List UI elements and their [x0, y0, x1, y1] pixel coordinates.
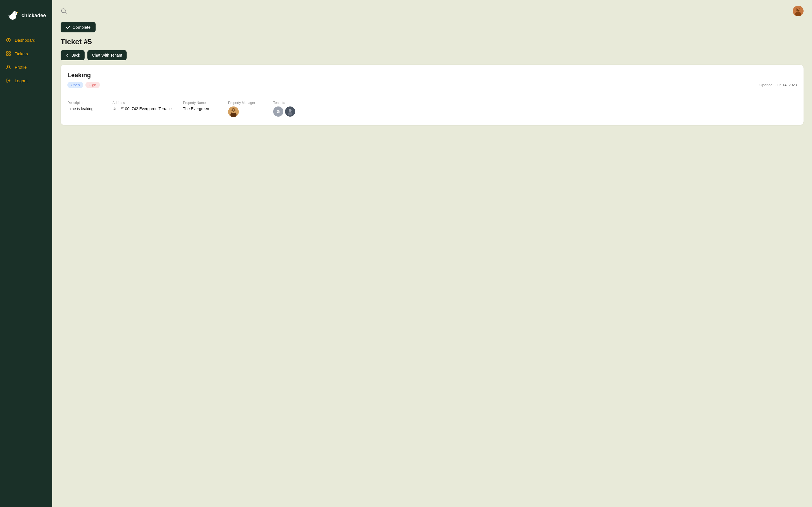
svg-line-15: [65, 12, 66, 14]
sidebar-item-tickets[interactable]: Tickets: [0, 47, 52, 60]
sidebar-item-logout[interactable]: Logout: [0, 74, 52, 87]
sidebar-item-dashboard-label: Dashboard: [15, 38, 35, 43]
tenant-initial-1: G: [276, 109, 280, 114]
svg-point-18: [795, 12, 801, 16]
nav-items: Dashboard Tickets Profile: [0, 31, 52, 90]
priority-badge: High: [86, 82, 100, 88]
svg-point-27: [234, 110, 235, 110]
property-manager-label: Property Manager: [228, 101, 262, 105]
sidebar-item-dashboard[interactable]: Dashboard: [0, 34, 52, 46]
svg-point-32: [288, 112, 292, 115]
search-icon: [61, 8, 67, 14]
logo-area: chickadee: [0, 6, 52, 31]
dashboard-icon: [6, 37, 11, 43]
badges-left: Open High: [67, 82, 100, 88]
ticket-card-title: Leaking: [67, 71, 797, 79]
svg-point-31: [289, 109, 292, 112]
details-row: Description mine is leaking Address Unit…: [67, 101, 797, 118]
complete-button[interactable]: Complete: [61, 22, 96, 33]
svg-point-20: [797, 9, 798, 10]
svg-rect-10: [9, 52, 10, 53]
svg-marker-3: [17, 12, 18, 13]
main-content: Complete Ticket #5 Back Chat With Tenant…: [52, 0, 812, 507]
ticket-title: Ticket #5: [61, 38, 804, 46]
sidebar-item-profile-label: Profile: [15, 65, 27, 69]
back-button-label: Back: [71, 53, 80, 57]
svg-point-26: [232, 110, 233, 110]
profile-icon: [6, 64, 11, 70]
description-label: Description: [67, 101, 101, 105]
property-name-col: Property Name The Evergreen: [183, 101, 217, 111]
svg-point-21: [799, 9, 799, 10]
opened-date-value: Jun 14, 2023: [776, 83, 797, 87]
chat-with-tenant-button[interactable]: Chat With Tenant: [87, 50, 126, 60]
card-divider: [67, 95, 797, 95]
user-avatar[interactable]: [793, 6, 804, 16]
address-label: Address: [112, 101, 172, 105]
property-name-value: The Evergreen: [183, 107, 217, 111]
chickadee-logo-icon: [6, 8, 20, 22]
complete-button-label: Complete: [72, 25, 91, 30]
tickets-icon: [6, 51, 11, 56]
manager-avatar-image: [228, 107, 239, 117]
property-manager-avatar: [228, 107, 262, 118]
back-button[interactable]: Back: [61, 50, 85, 60]
sidebar-item-profile[interactable]: Profile: [0, 61, 52, 73]
svg-point-4: [15, 13, 16, 13]
property-manager-col: Property Manager: [228, 101, 262, 118]
ticket-card: Leaking Open High Opened: Jun 14, 2023 D…: [61, 65, 804, 125]
description-value: mine is leaking: [67, 107, 101, 111]
svg-rect-11: [6, 54, 8, 55]
logout-icon: [6, 78, 11, 83]
check-icon: [66, 25, 70, 30]
tenants-avatars: G: [273, 107, 307, 117]
badges-row: Open High Opened: Jun 14, 2023: [67, 82, 797, 88]
opened-date: Opened: Jun 14, 2023: [760, 83, 797, 87]
chat-button-label: Chat With Tenant: [92, 53, 122, 57]
svg-point-7: [8, 40, 9, 41]
sidebar: chickadee Dashboard Tick: [0, 0, 52, 507]
search-button[interactable]: [61, 8, 67, 14]
app-name: chickadee: [21, 13, 46, 18]
tenant-avatar-2-image: [286, 108, 294, 115]
tenant-avatar-2: [285, 107, 295, 117]
sidebar-item-tickets-label: Tickets: [15, 51, 28, 56]
svg-rect-12: [9, 54, 10, 55]
address-value: Unit #100, 742 Evergreen Terrace: [112, 107, 172, 111]
tenants-col: Tenants G: [273, 101, 307, 117]
address-col: Address Unit #100, 742 Evergreen Terrace: [112, 101, 172, 111]
action-buttons: Back Chat With Tenant: [61, 50, 804, 60]
tenant-avatar-1: G: [273, 107, 283, 117]
tenants-label: Tenants: [273, 101, 307, 105]
sidebar-item-logout-label: Logout: [15, 78, 28, 83]
top-bar: [61, 6, 804, 16]
status-badge: Open: [67, 82, 83, 88]
svg-rect-9: [6, 52, 8, 53]
property-name-label: Property Name: [183, 101, 217, 105]
svg-point-24: [231, 113, 237, 117]
opened-label: Opened:: [760, 83, 774, 87]
user-avatar-image: [793, 6, 804, 16]
description-col: Description mine is leaking: [67, 101, 101, 111]
back-arrow-icon: [65, 53, 70, 57]
